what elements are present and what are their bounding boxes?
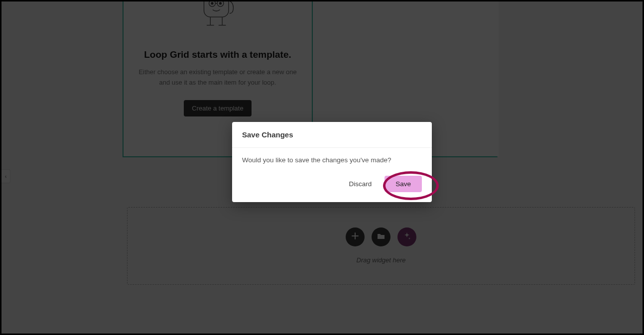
- modal-title: Save Changes: [232, 122, 432, 148]
- save-changes-modal: Save Changes Would you like to save the …: [232, 122, 432, 202]
- discard-button[interactable]: Discard: [349, 180, 372, 188]
- modal-footer: Discard Save: [232, 169, 432, 202]
- modal-message: Would you like to save the changes you'v…: [232, 148, 432, 169]
- save-button[interactable]: Save: [385, 176, 422, 192]
